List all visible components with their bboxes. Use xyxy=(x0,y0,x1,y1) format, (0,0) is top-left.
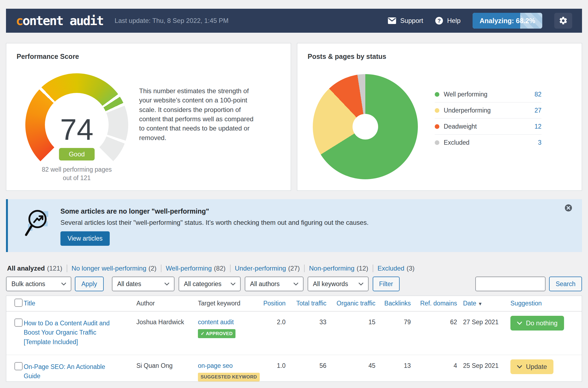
date-cell: 27 Sep 2021 xyxy=(459,311,508,355)
chevron-down-icon xyxy=(164,282,170,286)
tab-no-longer-well-performing[interactable]: No longer well-performing (2) xyxy=(67,265,161,272)
header-total-traffic[interactable]: Total traffic xyxy=(288,296,329,311)
target-keyword-link[interactable]: on-page seo xyxy=(198,362,233,369)
articles-table: Title Author Target keyword Position Tot… xyxy=(6,296,582,382)
chevron-down-icon xyxy=(293,282,299,286)
ref-domains-cell: 4 xyxy=(413,355,459,381)
chevron-down-icon xyxy=(61,282,66,286)
performance-caption-line1: 82 well performing pages xyxy=(25,165,128,174)
author-cell: Si Quan Ong xyxy=(136,355,198,381)
dates-select[interactable]: All dates xyxy=(112,277,174,291)
author-cell: Joshua Hardwick xyxy=(136,311,198,355)
svg-text:?: ? xyxy=(437,18,441,24)
status-legend: Well performing 82 Underperforming 27 De… xyxy=(435,86,541,150)
backlinks-cell: 79 xyxy=(378,311,413,355)
support-label: Support xyxy=(400,17,423,25)
suggestion-update-button[interactable]: Update xyxy=(510,359,553,374)
performance-rating-badge: Good xyxy=(59,148,95,160)
summary-cards: Performance Score 74 Good 82 well perfor… xyxy=(6,43,582,191)
view-articles-button[interactable]: View articles xyxy=(60,231,110,246)
legend-value-link[interactable]: 3 xyxy=(538,139,541,146)
row-checkbox[interactable] xyxy=(14,319,23,327)
header-backlinks[interactable]: Backlinks xyxy=(378,296,413,311)
header-ref-domains[interactable]: Ref. domains xyxy=(413,296,459,311)
header-author: Author xyxy=(136,296,198,311)
banner-close-icon[interactable] xyxy=(565,204,572,212)
performance-card-title: Performance Score xyxy=(6,43,291,60)
select-all-checkbox[interactable] xyxy=(14,299,23,307)
legend-dot-gray xyxy=(435,140,439,145)
help-label: Help xyxy=(447,17,460,25)
header-title[interactable]: Title xyxy=(24,296,136,311)
backlinks-cell: 13 xyxy=(378,355,413,381)
envelope-icon xyxy=(388,17,396,24)
logo-rest: ontent audit xyxy=(23,13,103,28)
apply-button[interactable]: Apply xyxy=(75,277,104,291)
tab-well-performing[interactable]: Well-performing (82) xyxy=(161,265,231,272)
status-card-title: Posts & pages by status xyxy=(297,43,582,60)
settings-button[interactable] xyxy=(554,13,572,29)
analyzing-progress-button[interactable]: Analyzing: 68.2% xyxy=(473,13,542,29)
bulk-actions-select[interactable]: Bulk actions xyxy=(6,277,71,291)
search-input[interactable] xyxy=(475,277,546,291)
legend-value-link[interactable]: 12 xyxy=(534,123,541,130)
article-title-link[interactable]: How to Do a Content Audit and Boost Your… xyxy=(24,319,114,347)
performance-description: This number estimates the strength of yo… xyxy=(139,86,257,143)
table-row: On-Page SEO: An Actionable Guide Si Quan… xyxy=(6,355,582,381)
search-button[interactable]: Search xyxy=(549,277,582,291)
tab-all-analyzed[interactable]: All analyzed (121) xyxy=(6,265,67,272)
table-row: How to Do a Content Audit and Boost Your… xyxy=(6,311,582,355)
notice-banner: Some articles are no longer "well-perfor… xyxy=(6,199,582,252)
legend-dot-green xyxy=(435,92,439,97)
table-toolbar: Bulk actions Apply All dates All categor… xyxy=(6,277,582,291)
last-update-text: Last update: Thu, 8 Sep 2022, 1:45 PM xyxy=(115,17,229,25)
analyzing-label: Analyzing: 68.2% xyxy=(480,17,535,25)
legend-dot-orange xyxy=(435,124,439,129)
organic-traffic-cell: 15 xyxy=(329,311,378,355)
approved-badge: ✓ APPROVED xyxy=(198,329,235,338)
tab-non-performing[interactable]: Non-performing (12) xyxy=(305,265,373,272)
chevron-down-icon xyxy=(517,365,522,368)
ref-domains-cell: 62 xyxy=(413,311,459,355)
header-organic-traffic[interactable]: Organic traffic xyxy=(329,296,378,311)
position-cell: 2.0 xyxy=(259,311,288,355)
legend-row-deadweight: Deadweight 12 xyxy=(435,119,541,135)
row-checkbox[interactable] xyxy=(14,362,23,370)
organic-traffic-cell: 45 xyxy=(329,355,378,381)
suggested-keyword-badge: SUGGESTED KEYWORD xyxy=(198,373,260,381)
status-donut-chart xyxy=(313,74,418,179)
performance-gauge: 74 Good 82 well performing pages out of … xyxy=(25,73,128,176)
target-keyword-link[interactable]: content audit xyxy=(198,319,234,326)
header-position[interactable]: Position xyxy=(259,296,288,311)
chevron-down-icon xyxy=(358,282,364,286)
status-card: Posts & pages by status Well performing … xyxy=(297,43,582,191)
help-link[interactable]: ? Help xyxy=(435,17,460,25)
support-link[interactable]: Support xyxy=(388,17,423,25)
tab-under-performing[interactable]: Under-performing (27) xyxy=(231,265,305,272)
categories-select[interactable]: All categories xyxy=(179,277,241,291)
filter-button[interactable]: Filter xyxy=(373,277,400,291)
total-traffic-cell: 33 xyxy=(288,311,329,355)
date-cell: 25 Sep 2021 xyxy=(459,355,508,381)
tab-excluded[interactable]: Excluded (3) xyxy=(373,265,419,272)
chevron-down-icon xyxy=(517,322,522,325)
legend-value-link[interactable]: 27 xyxy=(534,107,541,114)
header-date[interactable]: Date▼ xyxy=(459,296,508,311)
banner-title: Some articles are no longer "well-perfor… xyxy=(60,207,209,215)
header-target-keyword: Target keyword xyxy=(198,296,259,311)
suggestion-do-nothing-button[interactable]: Do nothing xyxy=(510,316,564,331)
top-navbar: content audit Last update: Thu, 8 Sep 20… xyxy=(6,9,582,33)
magnifier-trend-icon xyxy=(24,207,56,241)
legend-value-link[interactable]: 82 xyxy=(534,91,541,98)
performance-caption-line2: out of 121 xyxy=(25,174,128,182)
keywords-select[interactable]: All keywords xyxy=(308,277,369,291)
gear-icon xyxy=(559,16,568,25)
header-suggestion[interactable]: Suggestion xyxy=(508,296,582,311)
logo-accent-letter: c xyxy=(16,13,23,28)
page: content audit Last update: Thu, 8 Sep 20… xyxy=(0,0,588,382)
article-title-link[interactable]: On-Page SEO: An Actionable Guide xyxy=(24,362,114,381)
performance-caption: 82 well performing pages out of 121 xyxy=(25,165,128,182)
question-circle-icon: ? xyxy=(435,17,443,25)
performance-score-value: 74 xyxy=(25,112,128,147)
authors-select[interactable]: All authors xyxy=(245,277,304,291)
